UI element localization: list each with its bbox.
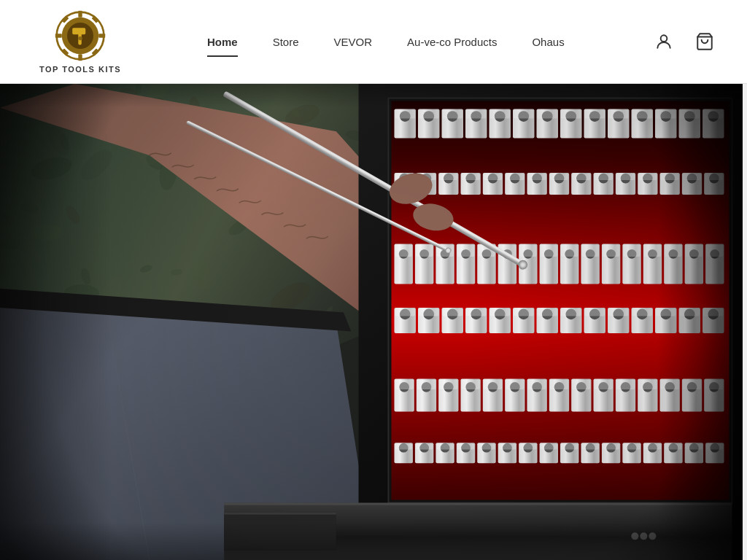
- hero-image: [0, 84, 747, 560]
- main-nav: Home Store VEVOR Au-ve-co Products Ohaus: [190, 30, 651, 54]
- nav-item-vevor[interactable]: VEVOR: [317, 30, 390, 54]
- hero-section: [0, 84, 747, 560]
- svg-point-13: [78, 36, 82, 40]
- account-icon: [654, 32, 673, 51]
- nav-item-auveco[interactable]: Au-ve-co Products: [390, 30, 514, 54]
- svg-rect-1: [78, 11, 82, 18]
- cart-icon: [695, 32, 714, 51]
- nav-item-home[interactable]: Home: [190, 30, 255, 54]
- header-actions: [651, 28, 718, 55]
- scrollbar[interactable]: [743, 0, 747, 560]
- svg-rect-4: [98, 34, 105, 37]
- cart-button[interactable]: [692, 28, 718, 55]
- nav-item-ohaus[interactable]: Ohaus: [514, 30, 581, 54]
- nav-item-store[interactable]: Store: [255, 30, 317, 54]
- account-button[interactable]: [651, 28, 677, 55]
- svg-rect-2: [78, 54, 82, 61]
- site-logo-icon: [54, 9, 107, 62]
- svg-point-14: [661, 35, 667, 42]
- site-header: TOP TOOLS KITS Home Store VEVOR Au-ve-co…: [0, 0, 747, 84]
- svg-rect-3: [55, 34, 62, 37]
- site-name: TOP TOOLS KITS: [39, 65, 121, 74]
- logo-area[interactable]: TOP TOOLS KITS: [29, 9, 131, 74]
